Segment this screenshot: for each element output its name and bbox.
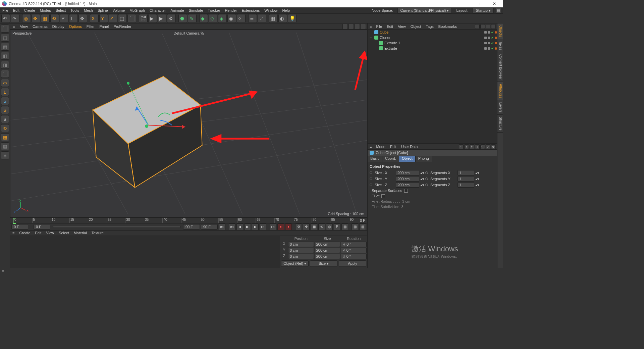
visibility-editor-icon[interactable]: [484, 31, 487, 34]
enable-check-icon[interactable]: ✔: [491, 41, 494, 45]
menu-render[interactable]: Render: [222, 8, 239, 12]
objmenu-file[interactable]: File: [374, 24, 384, 29]
left-tool-6[interactable]: ▭: [1, 79, 9, 87]
phong-tag-icon[interactable]: [495, 47, 497, 50]
field-Segments Y[interactable]: 1: [458, 176, 474, 182]
toolbar-button-5[interactable]: ▦: [41, 14, 50, 23]
playback-button-6[interactable]: ⏭: [260, 223, 266, 230]
toolbar-button-31[interactable]: ≣: [248, 14, 257, 23]
objpanel-icon-2[interactable]: [486, 24, 490, 29]
objpanel-icon-1[interactable]: [480, 24, 485, 29]
object-name[interactable]: Extrude.1: [384, 41, 483, 45]
playback-button-3[interactable]: ◀: [236, 223, 243, 230]
attr-nav-icon-6[interactable]: ⊕: [491, 144, 496, 149]
menu-create[interactable]: Create: [22, 8, 38, 12]
object-tree[interactable]: Cube✔−Cloner✔Extrude.1✔Extrude✔: [368, 30, 497, 144]
frame-end-field[interactable]: 90 F: [183, 224, 200, 230]
toolbar-button-26[interactable]: ◇: [209, 14, 217, 23]
sidetab-objects[interactable]: Objects: [497, 23, 503, 39]
attr-nav-icon-0[interactable]: ←: [459, 144, 464, 149]
left-tool-12[interactable]: ▦: [1, 133, 9, 141]
menu-extensions[interactable]: Extensions: [239, 8, 262, 12]
toolbar-button-35[interactable]: ◐: [278, 14, 287, 23]
sidetab-attributes[interactable]: Attributes: [497, 82, 503, 100]
object-row-Cube[interactable]: Cube✔: [368, 30, 497, 35]
playback-button-2[interactable]: ⏮: [229, 223, 235, 230]
toolbar-button-29[interactable]: ◊: [237, 14, 246, 23]
attr-nav-icon-3[interactable]: ⌕: [475, 144, 480, 149]
attr-tab-coord.[interactable]: Coord.: [382, 156, 399, 162]
toolbar-button-4[interactable]: ✥: [32, 14, 40, 23]
left-tool-4[interactable]: ◨: [1, 61, 9, 69]
toolbar-button-15[interactable]: ⬛: [127, 14, 136, 23]
left-tool-9[interactable]: S: [1, 106, 9, 114]
menu-tools[interactable]: Tools: [68, 8, 82, 12]
playback-button-8[interactable]: ⏭: [270, 223, 276, 230]
phong-tag-icon[interactable]: [495, 37, 497, 39]
menu-edit[interactable]: Edit: [11, 8, 22, 12]
left-tool-3[interactable]: ◧: [1, 52, 9, 60]
objpanel-icon-3[interactable]: [491, 24, 496, 29]
window-close-button[interactable]: ✕: [488, 1, 501, 6]
left-tool-5[interactable]: ⬛: [1, 70, 9, 78]
toolbar-button-1[interactable]: ↷: [11, 14, 19, 23]
toolbar-button-32[interactable]: ⟋: [258, 14, 266, 23]
toolbar-button-23[interactable]: ✎: [188, 14, 197, 23]
menu-modes[interactable]: Modes: [38, 8, 53, 12]
hamburger-icon[interactable]: ≡: [368, 145, 374, 149]
toolbar-button-3[interactable]: ◎: [22, 14, 31, 23]
timeline-scrollbar[interactable]: [53, 226, 181, 228]
menu-mograph[interactable]: MoGraph: [127, 8, 147, 12]
sidetab-structure[interactable]: Structure: [497, 115, 503, 133]
visibility-editor-icon[interactable]: [484, 37, 487, 39]
toolbar-button-19[interactable]: ▶: [158, 14, 166, 23]
visibility-render-icon[interactable]: [488, 47, 490, 50]
playback-button-15[interactable]: ⟲: [318, 223, 325, 230]
pos-Z[interactable]: 0 cm: [288, 254, 314, 259]
visibility-render-icon[interactable]: [488, 42, 490, 44]
checkbox-Separate Surfaces[interactable]: [404, 189, 408, 193]
pos-X[interactable]: 0 cm: [288, 242, 314, 247]
frame-current-field[interactable]: 0 F: [34, 224, 50, 230]
enable-check-icon[interactable]: ✔: [491, 36, 494, 40]
attrmenu-edit[interactable]: Edit: [388, 145, 399, 149]
left-tool-14[interactable]: ◈: [1, 151, 9, 159]
field-Segments Z[interactable]: 1: [458, 182, 474, 188]
menu-file[interactable]: File: [0, 8, 11, 12]
object-name[interactable]: Cloner: [380, 36, 483, 40]
playback-button-13[interactable]: ✥: [303, 223, 310, 230]
window-maximize-button[interactable]: □: [474, 1, 488, 6]
playback-button-18[interactable]: ▤: [341, 223, 348, 230]
matmenu-material[interactable]: Material: [71, 231, 89, 235]
size-Z[interactable]: 200 cm: [315, 254, 340, 259]
object-row-Extrude.1[interactable]: Extrude.1✔: [368, 40, 497, 46]
toolbar-button-36[interactable]: 💡: [288, 14, 297, 23]
object-row-Cloner[interactable]: −Cloner✔: [368, 35, 497, 40]
toolbar-button-14[interactable]: ⬚: [118, 14, 127, 23]
vpmenu-panel[interactable]: Panel: [97, 24, 111, 29]
left-tool-0[interactable]: ⬛: [1, 24, 9, 33]
toolbar-button-28[interactable]: ◉: [227, 14, 236, 23]
attr-tab-object[interactable]: Object: [399, 156, 416, 162]
left-tool-2[interactable]: ▨: [1, 43, 9, 51]
rot-B[interactable]: B0 °: [341, 254, 367, 259]
toolbar-button-8[interactable]: L: [69, 14, 78, 23]
toolbar-button-27[interactable]: ◈: [218, 14, 227, 23]
frame-total-field[interactable]: 90 F: [201, 224, 218, 230]
menu-volume[interactable]: Volume: [110, 8, 127, 12]
vpmenu-view[interactable]: View: [17, 24, 30, 29]
attrmenu-user data[interactable]: User Data: [399, 145, 420, 149]
sidetab-layers[interactable]: Layers: [497, 100, 503, 115]
coord-mode-dropdown[interactable]: Object (Rel) ▾: [281, 260, 309, 267]
left-tool-10[interactable]: S: [1, 115, 9, 123]
attr-nav-icon-5[interactable]: ⤢: [486, 144, 490, 149]
viewport[interactable]: Perspective Default Camera ⁰⁄₀ Grid Spac…: [10, 30, 367, 217]
objmenu-edit[interactable]: Edit: [384, 24, 395, 29]
window-minimize-button[interactable]: —: [461, 1, 474, 6]
viewport-option-icon-1[interactable]: [348, 24, 354, 29]
field-Segments X[interactable]: 1: [458, 170, 474, 176]
object-name[interactable]: Extrude: [384, 46, 483, 50]
toolbar-button-25[interactable]: ◆: [199, 14, 208, 23]
toolbar-button-7[interactable]: P: [60, 14, 68, 23]
left-tool-1[interactable]: ⬚: [1, 34, 9, 42]
